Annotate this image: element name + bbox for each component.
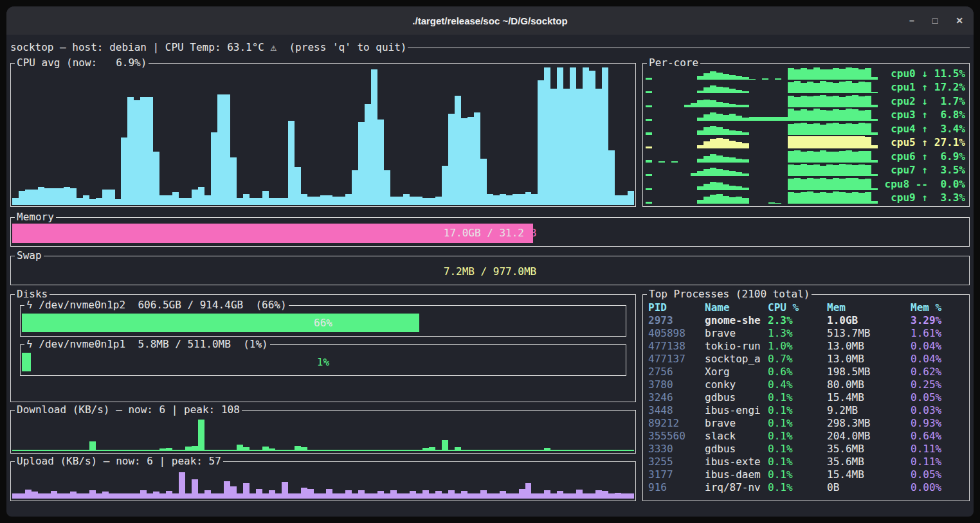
bar — [320, 195, 327, 205]
bar — [153, 492, 159, 499]
bar — [467, 450, 474, 451]
column-header: PID — [648, 301, 705, 314]
bar — [716, 102, 723, 107]
core-pct: 3.3% — [928, 191, 965, 204]
bar — [12, 450, 19, 451]
bar — [358, 490, 365, 499]
bar — [237, 493, 243, 499]
cpu5-label: cpu5 ↑27.1% — [883, 136, 965, 148]
bar — [288, 493, 295, 499]
table-row: 916irq/87-nv0.1%0B0.00% — [648, 481, 964, 494]
bar — [115, 199, 122, 205]
core-arrow-icon: ↓ — [921, 95, 928, 107]
bar — [403, 194, 410, 205]
bar — [377, 491, 384, 499]
disk-nvme0n1p1-title: ϟ /dev/nvme0n1p1 5.8MB / 511.0MB (1%) — [24, 338, 270, 351]
upload-panel: Upload (KB/s) — now: 6 | peak: 57 — [10, 461, 636, 501]
bar — [51, 450, 57, 451]
window-titlebar[interactable]: ./target/release/soc ~/D/G/socktop – □ ✕ — [6, 6, 974, 35]
bar — [307, 450, 314, 451]
bar — [121, 137, 127, 205]
bar — [820, 95, 826, 107]
bar — [621, 195, 628, 205]
table-row: 3448ibus-engi0.1%9.2MB0.03% — [648, 404, 964, 417]
bar — [397, 493, 403, 499]
bar — [77, 493, 83, 499]
core-row-cpu4: cpu4 ↑ 3.4% — [646, 123, 965, 135]
bar — [544, 67, 550, 205]
bar — [102, 492, 109, 499]
bar — [794, 165, 801, 176]
bar — [871, 188, 878, 190]
process-table-header: PIDNameCPU %MemMem % — [648, 301, 964, 314]
bar — [794, 193, 801, 204]
cpu7-label: cpu7 ↑ 3.5% — [883, 164, 965, 176]
cell: 15.4MB — [827, 468, 911, 481]
cell: 1.0GB — [827, 314, 911, 327]
bar — [775, 117, 781, 121]
bar — [697, 130, 703, 135]
bar — [44, 450, 51, 451]
core-pct: 0.0% — [928, 178, 965, 190]
close-icon[interactable]: ✕ — [956, 15, 963, 26]
core-name: cpu8 — [885, 178, 916, 190]
bar — [314, 450, 320, 451]
bar — [839, 124, 846, 135]
bar — [544, 490, 550, 499]
bar — [781, 117, 788, 121]
bar — [147, 450, 153, 451]
bar — [262, 447, 269, 451]
bar — [646, 202, 652, 204]
bar — [429, 447, 435, 451]
cell: 298.3MB — [827, 417, 911, 430]
bar — [820, 110, 826, 121]
bar — [422, 490, 429, 499]
cell: 35.6MB — [827, 443, 911, 456]
bar — [697, 159, 703, 163]
cell: 89212 — [648, 417, 705, 430]
bar — [211, 493, 217, 499]
bar — [172, 450, 179, 451]
bar — [710, 100, 716, 107]
bar — [525, 450, 532, 451]
bar — [807, 136, 813, 148]
bar — [858, 96, 865, 107]
bar — [788, 179, 794, 190]
cell: 0.04% — [911, 340, 964, 353]
bar — [703, 87, 710, 94]
bar — [615, 493, 621, 499]
bar — [716, 155, 723, 163]
bar — [301, 194, 307, 205]
maximize-icon[interactable]: □ — [932, 15, 938, 26]
table-row: 2973gnome-she2.3%1.0GB3.29% — [648, 314, 964, 327]
bar — [467, 493, 474, 499]
bar — [576, 450, 583, 451]
bar — [185, 493, 192, 499]
bar — [826, 82, 833, 93]
bar — [314, 197, 320, 205]
bar — [557, 67, 563, 205]
cell: 0.05% — [911, 391, 964, 404]
bar — [723, 170, 729, 177]
bar — [858, 123, 865, 135]
table-row: 2756Xorg0.6%198.5MB0.62% — [648, 366, 964, 378]
bar — [871, 201, 878, 204]
bar — [807, 165, 813, 176]
bar — [801, 136, 807, 148]
bar — [846, 67, 852, 80]
bar — [51, 491, 57, 499]
bar — [646, 160, 652, 162]
bar — [38, 187, 44, 205]
bar — [487, 194, 493, 205]
bar — [550, 493, 557, 499]
bar — [794, 81, 801, 93]
cell: 13.0MB — [827, 340, 911, 353]
bar — [358, 122, 365, 205]
core-pct: 11.5% — [928, 67, 965, 80]
table-row: 405898brave1.3%513.7MB1.61% — [648, 327, 964, 340]
bar — [513, 450, 519, 451]
bar — [794, 178, 801, 190]
minimize-icon[interactable]: – — [909, 15, 914, 26]
memory-bar-label: 17.0GB / 31.2GB — [12, 224, 968, 243]
bar — [826, 111, 833, 121]
